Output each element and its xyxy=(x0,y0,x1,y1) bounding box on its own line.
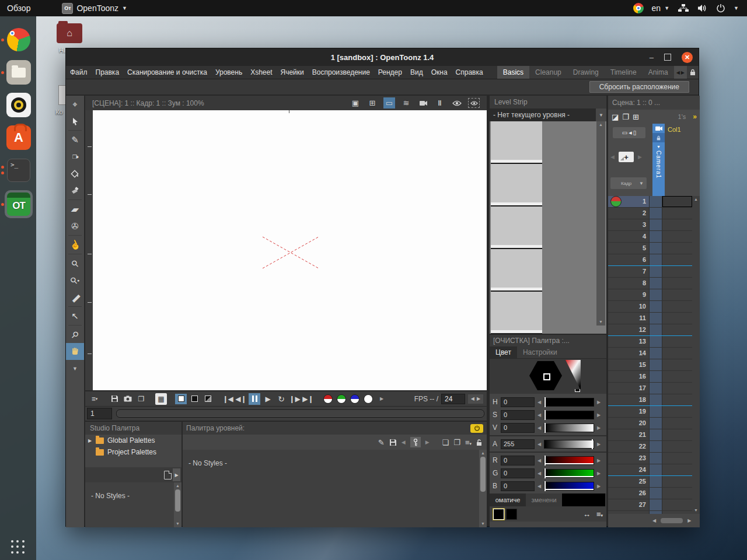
fps-spinner[interactable]: ◀▶ xyxy=(468,394,483,404)
frame-gutter[interactable] xyxy=(608,383,627,394)
frame-number[interactable]: 16 xyxy=(627,371,649,382)
col1-cell[interactable] xyxy=(662,301,692,312)
expand-panel-button[interactable]: ▶ xyxy=(173,468,180,481)
frame-number[interactable]: 23 xyxy=(627,453,649,464)
scroll-thumb[interactable] xyxy=(661,518,683,523)
frame-gutter[interactable] xyxy=(608,359,627,370)
xsheet-row-2[interactable]: 2 xyxy=(608,208,692,219)
menu-item-5[interactable]: Ячейки xyxy=(277,66,308,79)
frame-number[interactable]: 1 xyxy=(627,196,649,207)
expander-icon[interactable]: ▶ xyxy=(88,438,92,443)
freeze-palette-button[interactable] xyxy=(470,424,483,433)
launcher-rhythmbox[interactable] xyxy=(6,92,32,118)
frame-gutter[interactable] xyxy=(608,208,627,219)
tab-color[interactable]: Цвет xyxy=(490,346,517,358)
menu-item-10[interactable]: Справка xyxy=(452,66,487,79)
apply-tab[interactable]: зменени xyxy=(526,494,562,506)
sub-camera-preview-icon[interactable] xyxy=(468,98,480,108)
frame-gutter[interactable] xyxy=(608,301,627,312)
launcher-terminal[interactable]: >_ xyxy=(6,158,32,183)
frame-number[interactable]: 26 xyxy=(627,488,649,499)
camera-cell[interactable] xyxy=(649,254,662,265)
frame-number[interactable]: 9 xyxy=(627,289,649,300)
frame-number[interactable]: 2 xyxy=(627,208,649,219)
slider-marker[interactable] xyxy=(544,423,546,433)
col1-cell[interactable] xyxy=(662,231,692,242)
chevron-down-icon[interactable]: ▼ xyxy=(657,145,661,149)
frame-number[interactable]: 18 xyxy=(627,394,649,405)
xsheet-vertical-scrollbar[interactable]: ▲ ▼ xyxy=(692,196,700,514)
camera-cell[interactable] xyxy=(649,313,662,324)
preview-eye-icon[interactable] xyxy=(451,97,463,108)
tree-item-project-palettes[interactable]: Project Palettes xyxy=(85,446,181,458)
col1-cell[interactable] xyxy=(662,418,692,429)
frame-gutter[interactable] xyxy=(608,488,627,499)
more-tools-button[interactable]: ▼ xyxy=(66,360,84,377)
frame-number[interactable]: 17 xyxy=(627,383,649,394)
current-frame-field[interactable]: 1 xyxy=(87,408,112,419)
scroll-up-icon[interactable]: ▲ xyxy=(176,482,180,489)
edit-in-place-icon[interactable]: ◪ xyxy=(612,113,619,121)
auto-apply-tab[interactable]: оматиче xyxy=(490,494,526,506)
compare-snapshot-button[interactable]: ❐ xyxy=(135,393,147,405)
scrollbar[interactable]: ▲ ▼ xyxy=(174,482,181,527)
col1-cell[interactable] xyxy=(662,336,692,347)
camera-cell[interactable] xyxy=(649,406,662,417)
selection-tool[interactable] xyxy=(66,113,84,130)
slider-value-field[interactable]: 0 xyxy=(501,456,535,466)
frame-number[interactable]: 6 xyxy=(627,254,649,265)
power-icon[interactable] xyxy=(716,4,725,13)
col1-cell[interactable] xyxy=(662,499,692,510)
slider-inc-icon[interactable]: ▶ xyxy=(596,400,601,405)
frame-number[interactable]: 22 xyxy=(627,441,649,452)
camera-cell[interactable] xyxy=(649,464,662,475)
camera-cell[interactable] xyxy=(649,301,662,312)
frame-number[interactable]: 11 xyxy=(627,313,649,324)
checkered-background-button[interactable]: ▦ xyxy=(155,393,167,405)
slider-dec-icon[interactable]: ◀ xyxy=(537,400,542,405)
scrollbar[interactable]: ▲ ▼ xyxy=(479,450,487,527)
tree-item-global-palettes[interactable]: ▶ Global Palettes xyxy=(85,435,181,446)
scroll-up-icon[interactable]: ▲ xyxy=(599,121,603,128)
chrome-tray-icon[interactable] xyxy=(633,3,644,13)
level-strip-thumbnail[interactable] xyxy=(491,206,542,248)
camera-cell[interactable] xyxy=(649,488,662,499)
col1-cell[interactable] xyxy=(662,348,692,359)
frame-gutter[interactable] xyxy=(608,453,627,464)
xsheet-row-5[interactable]: 5 xyxy=(608,243,692,254)
camera-cell[interactable] xyxy=(649,336,662,347)
camera-cell[interactable] xyxy=(649,208,662,219)
onion-skin-icon[interactable] xyxy=(610,196,622,207)
col1-label[interactable]: Col1 xyxy=(668,126,681,133)
level-strip-thumbnail[interactable] xyxy=(491,121,542,163)
xsheet-row-6[interactable]: 6 xyxy=(608,254,692,266)
camera-cell[interactable] xyxy=(649,383,662,394)
camera-cell[interactable] xyxy=(649,219,662,230)
launcher-software[interactable]: A xyxy=(6,125,32,150)
launcher-chrome[interactable] xyxy=(6,27,32,52)
menu-item-4[interactable]: Xsheet xyxy=(246,66,276,79)
palette-options-icon[interactable]: ≡▾ xyxy=(465,438,472,447)
frame-gutter[interactable] xyxy=(608,336,627,347)
slider-marker[interactable] xyxy=(592,439,593,449)
col1-cell[interactable] xyxy=(662,394,692,405)
first-frame-button[interactable]: ❙◀ xyxy=(222,393,233,405)
xsheet-row-8[interactable]: 8 xyxy=(608,278,692,289)
slider-marker[interactable] xyxy=(544,410,546,420)
scroll-down-icon[interactable]: ▼ xyxy=(694,507,698,514)
reset-layout-button[interactable]: Сбросить расположение xyxy=(589,81,689,93)
loop-button[interactable]: ↻ xyxy=(275,393,287,405)
save-image-button[interactable] xyxy=(109,393,120,405)
move-style-left-icon[interactable]: ❏ xyxy=(442,438,449,447)
col1-cell[interactable] xyxy=(662,371,692,382)
camera-cell[interactable] xyxy=(649,289,662,300)
scroll-left-icon[interactable]: ◀ xyxy=(652,518,656,523)
slider-track[interactable] xyxy=(544,411,594,419)
studio-palette-styles[interactable]: - No Styles - ▲ ▼ xyxy=(85,482,181,527)
col1-cell[interactable] xyxy=(662,359,692,370)
camera-cell[interactable] xyxy=(649,196,662,207)
key-button[interactable] xyxy=(410,437,421,447)
frame-number[interactable]: 4 xyxy=(627,231,649,242)
xsheet-row-15[interactable]: 15 xyxy=(608,359,692,371)
slider-track[interactable] xyxy=(544,456,594,465)
